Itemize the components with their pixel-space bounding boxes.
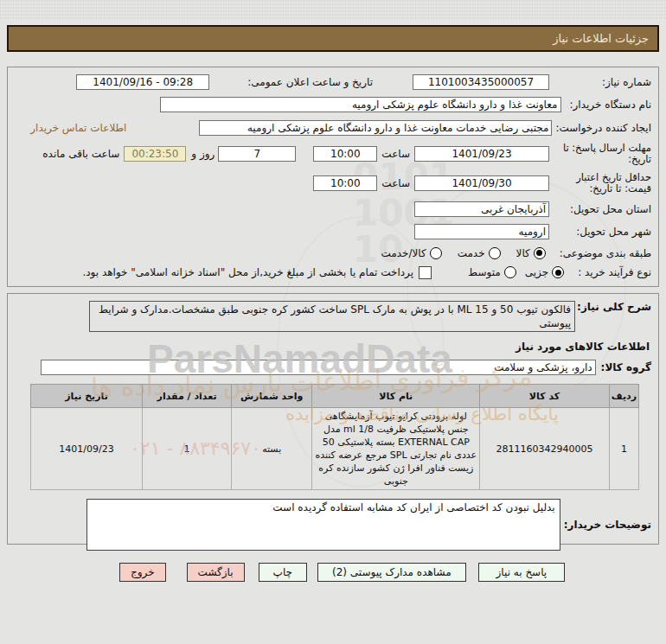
cell-item-code: 2811160342940005	[480, 408, 610, 490]
goods-group-field[interactable]: دارو، پزشکی و سلامت	[41, 360, 596, 375]
buyer-comments-box[interactable]: بدلیل نبودن کد اختصاصی از ایران کد مشابه…	[86, 499, 560, 551]
remaining-days-field[interactable]: 7	[218, 146, 296, 162]
goods-table-row: 1 2811160342940005 لوله برودتی کرایو تیو…	[31, 408, 639, 490]
cell-row-no: 1	[609, 408, 638, 490]
category-goods-service-radio[interactable]	[430, 247, 442, 259]
need-number-field[interactable]: 1101003435000057	[413, 74, 549, 90]
col-unit: واحد شمارش	[232, 385, 312, 408]
goods-table: ردیف کد کالا نام کالا واحد شمارش تعداد /…	[30, 384, 639, 490]
province-field[interactable]: آذربایجان غربی	[414, 201, 549, 217]
deadline-date-field[interactable]: 1401/09/23	[414, 146, 549, 162]
view-attachments-button[interactable]: مشاهده مدارک پیوستی (2)	[317, 563, 466, 582]
deadline-time-field[interactable]: 10:00	[313, 146, 377, 162]
validity-time-field[interactable]: 10:00	[313, 175, 377, 191]
respond-to-need-button[interactable]: پاسخ به نیاز	[478, 563, 566, 582]
need-number-label: شماره نیاز:	[549, 76, 651, 88]
treasury-payment-checkbox[interactable]	[419, 266, 432, 279]
requester-row: ایجاد کننده درخواست: مجتبی رضایی خدمات م…	[15, 120, 651, 136]
cell-quantity: 1	[143, 408, 232, 490]
city-label: شهر محل تحویل:	[549, 226, 651, 238]
category-goods-service-label: کالا/خدمت	[381, 247, 426, 259]
subject-category-row: طبقه بندی موضوعی: کالا خدمت کالا/خدمت	[15, 247, 651, 259]
category-service-radio[interactable]	[489, 247, 501, 259]
goods-group-label: گروه کالا:	[601, 361, 651, 373]
back-button[interactable]: بازگشت	[187, 563, 245, 582]
top-texture-strip	[0, 0, 666, 21]
deadline-label: مهلت ارسال پاسخ: تا تاریخ:	[549, 143, 651, 165]
buyer-comments-label: توضیحات خریدار:	[564, 519, 651, 531]
validity-hour-label: ساعت	[381, 177, 410, 189]
deadline-hour-label: ساعت	[381, 148, 410, 160]
buyer-comments-row: توضیحات خریدار: بدلیل نبودن کد اختصاصی ا…	[15, 499, 651, 551]
need-description-box[interactable]: فالکون تیوب 50 و ML 15 با در پوش به مارک…	[89, 301, 575, 332]
province-label: استان محل تحویل:	[549, 203, 651, 215]
goods-group-row: گروه کالا: دارو، پزشکی و سلامت	[15, 360, 651, 375]
exit-button[interactable]: خروج	[119, 563, 166, 582]
need-info-panel: شماره نیاز: 1101003435000057 تاریخ و ساع…	[7, 67, 659, 287]
col-need-date: تاریخ نیاز	[31, 385, 143, 408]
col-item-code: کد کالا	[480, 385, 610, 408]
buyer-org-field[interactable]: معاونت غذا و دارو دانشگاه علوم پزشکی ارو…	[160, 97, 561, 112]
cell-unit: بسته	[232, 408, 312, 490]
requester-label: ایجاد کننده درخواست:	[555, 122, 651, 134]
category-goods-label: کالا	[516, 247, 530, 259]
page-title-bar: جزئیات اطلاعات نیاز	[7, 25, 659, 52]
action-buttons-row: خروج بازگشت چاپ مشاهده مدارک پیوستی (2) …	[0, 563, 666, 582]
need-number-row: شماره نیاز: 1101003435000057 تاریخ و ساع…	[15, 74, 651, 90]
buyer-org-row: نام دستگاه خریدار: معاونت غذا و دارو دان…	[15, 97, 651, 112]
process-minor-label: جزیی	[525, 266, 548, 278]
goods-panel: شرح کلی نیاز: فالکون تیوب 50 و ML 15 با …	[7, 293, 659, 545]
price-validity-row: حداقل تاریخ اعتبار قیمت: تا تاریخ: 1401/…	[15, 172, 651, 194]
need-description-row: شرح کلی نیاز: فالکون تیوب 50 و ML 15 با …	[15, 301, 651, 332]
validity-date-field[interactable]: 1401/09/30	[414, 175, 549, 191]
buyer-contact-link[interactable]: اطلاعات تماس خریدار	[30, 122, 126, 134]
cell-need-date: 1401/09/23	[31, 408, 143, 490]
col-quantity: تعداد / مقدار	[143, 385, 232, 408]
city-field[interactable]: ارومیه	[414, 224, 549, 239]
process-minor-radio[interactable]	[552, 266, 564, 278]
goods-table-header-row: ردیف کد کالا نام کالا واحد شمارش تعداد /…	[31, 385, 639, 408]
announce-datetime-label: تاریخ و ساعت اعلان عمومی:	[247, 76, 373, 88]
buyer-org-label: نام دستگاه خریدار:	[570, 99, 652, 111]
page: 0101 1001 10 جزئیات اطلاعات نیاز شماره ن…	[0, 0, 666, 644]
treasury-payment-label: پرداخت تمام یا بخشی از مبلغ خرید,از محل …	[82, 266, 413, 278]
goods-section-title: اطلاعات کالاهای مورد نیاز	[15, 341, 650, 353]
purchase-process-row: نوع فرآیند خرید : جزیی متوسط پرداخت تمام…	[15, 266, 651, 279]
price-validity-label: حداقل تاریخ اعتبار قیمت: تا تاریخ:	[549, 172, 651, 194]
page-title: جزئیات اطلاعات نیاز	[553, 32, 649, 45]
requester-field[interactable]: مجتبی رضایی خدمات معاونت غذا و دارو دانش…	[199, 120, 552, 136]
province-row: استان محل تحویل: آذربایجان غربی	[15, 201, 651, 217]
purchase-process-label: نوع فرآیند خرید :	[578, 266, 651, 278]
process-medium-radio[interactable]	[504, 266, 516, 278]
process-medium-label: متوسط	[468, 266, 501, 278]
remaining-days-label: روز و	[191, 148, 215, 160]
print-button[interactable]: چاپ	[259, 563, 307, 582]
announce-datetime-field[interactable]: 1401/09/16 - 09:28	[76, 74, 209, 90]
countdown-timer: 00:23:50	[124, 146, 186, 162]
need-description-label: شرح کلی نیاز:	[577, 301, 651, 313]
cell-item-name: لوله برودتی کرایو تیوب آزمایشگاهی جنس پل…	[312, 408, 480, 490]
subject-category-label: طبقه بندی موضوعی:	[560, 247, 651, 259]
category-goods-radio[interactable]	[534, 247, 546, 259]
countdown-label: ساعت باقی مانده	[42, 148, 119, 160]
city-row: شهر محل تحویل: ارومیه	[15, 224, 651, 239]
col-row-no: ردیف	[609, 385, 638, 408]
col-item-name: نام کالا	[312, 385, 480, 408]
category-service-label: خدمت	[458, 247, 485, 259]
deadline-row: مهلت ارسال پاسخ: تا تاریخ: 1401/09/23 سا…	[15, 143, 651, 165]
